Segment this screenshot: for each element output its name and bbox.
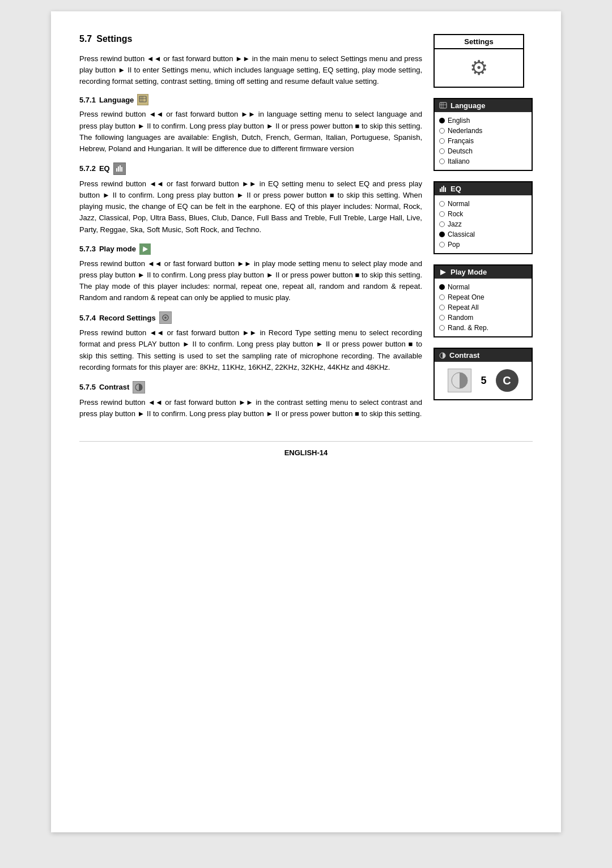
radio-selected bbox=[439, 118, 445, 123]
svg-rect-19 bbox=[443, 186, 444, 192]
eq-item-classical: Classical bbox=[448, 230, 475, 238]
svg-rect-20 bbox=[445, 187, 446, 192]
list-item: Classical bbox=[439, 229, 527, 240]
radio-unselected bbox=[439, 138, 445, 144]
list-item: Pop bbox=[439, 240, 527, 250]
eq-panel-header: EQ bbox=[435, 182, 532, 195]
svg-marker-8 bbox=[143, 246, 148, 252]
contrast-panel-header: Contrast bbox=[435, 349, 532, 362]
contrast-panel-body: 5 C bbox=[435, 362, 532, 399]
contrast-c-icon: C bbox=[496, 369, 518, 392]
eq-item-jazz: Jazz bbox=[448, 220, 462, 228]
list-item: Rock bbox=[439, 209, 527, 219]
eq-panel: EQ Normal Rock Jazz bbox=[434, 181, 533, 254]
radio-unselected bbox=[439, 128, 445, 134]
list-item: Nederlands bbox=[439, 126, 527, 136]
subsection-5-7-3-number: 5.7.3 bbox=[79, 245, 96, 253]
section-title: Settings bbox=[96, 34, 132, 44]
svg-rect-5 bbox=[118, 166, 119, 172]
playmode-panel-header: Play Mode bbox=[435, 266, 532, 279]
list-item: Jazz bbox=[439, 219, 527, 229]
svg-marker-21 bbox=[440, 270, 446, 275]
radio-unselected bbox=[439, 148, 445, 154]
list-item: Normal bbox=[439, 199, 527, 209]
section-number-title: 5.7 bbox=[79, 34, 92, 44]
contrast-panel-title: Contrast bbox=[449, 351, 479, 360]
subsection-5-7-4-body: Press rewind button ◄◄ or fast forward b… bbox=[79, 327, 422, 373]
playmode-panel-body: Normal Repeat One Repeat All Random bbox=[435, 279, 532, 336]
subsection-5-7-1-number: 5.7.1 bbox=[79, 96, 96, 104]
subsection-5-7-1-body: Press rewind button ◄◄ or fast forward b… bbox=[79, 109, 422, 155]
list-item: Repeat One bbox=[439, 292, 527, 302]
language-item-italiano: Italiano bbox=[448, 157, 470, 165]
radio-unselected bbox=[439, 315, 445, 320]
radio-selected bbox=[439, 284, 445, 290]
playmode-panel: Play Mode Normal Repeat One Repeat All bbox=[434, 264, 533, 337]
playmode-item-rand-rep: Rand. & Rep. bbox=[448, 324, 488, 332]
list-item: Rand. & Rep. bbox=[439, 323, 527, 333]
language-panel: Language English Nederlands Français bbox=[434, 98, 533, 171]
svg-rect-4 bbox=[116, 168, 117, 172]
subsection-5-7-4-number: 5.7.4 bbox=[79, 314, 96, 322]
page-footer: ENGLISH-14 bbox=[79, 441, 533, 457]
radio-unselected bbox=[439, 211, 445, 217]
sidebar: Settings ⚙ Language English bbox=[434, 34, 533, 424]
language-panel-title: Language bbox=[450, 101, 485, 110]
eq-panel-title: EQ bbox=[450, 185, 461, 193]
list-item: Repeat All bbox=[439, 302, 527, 313]
settings-panel-header: Settings bbox=[435, 35, 523, 49]
contrast-value: 5 bbox=[481, 375, 486, 387]
settings-panel: Settings ⚙ bbox=[434, 34, 524, 88]
playmode-item-repeat-all: Repeat All bbox=[448, 303, 479, 311]
language-panel-body: English Nederlands Français Deutsch bbox=[435, 112, 532, 170]
eq-item-rock: Rock bbox=[448, 210, 463, 218]
subsection-5-7-2-number: 5.7.2 bbox=[79, 164, 96, 173]
footer-text: ENGLISH-14 bbox=[284, 448, 328, 457]
subsection-5-7-3-body: Press rewind button ◄◄ or fast forward b… bbox=[79, 258, 422, 304]
playmode-icon bbox=[139, 243, 151, 255]
svg-point-11 bbox=[164, 317, 167, 319]
contrast-panel: Contrast 5 C bbox=[434, 348, 533, 400]
subsection-5-7-5-title: Contrast bbox=[99, 383, 129, 391]
subsection-5-7-2-body: Press rewind button ◄◄ or fast forward b… bbox=[79, 178, 422, 236]
svg-rect-18 bbox=[441, 187, 443, 192]
playmode-item-repeat-one: Repeat One bbox=[448, 293, 484, 301]
list-item: Normal bbox=[439, 282, 527, 292]
language-icon bbox=[137, 94, 148, 105]
eq-icon bbox=[113, 163, 126, 175]
radio-unselected bbox=[439, 294, 445, 300]
subsection-5-7-5-number: 5.7.5 bbox=[79, 383, 96, 391]
playmode-item-random: Random bbox=[448, 314, 473, 322]
main-content: 5.7 Settings Press rewind button ◄◄ or f… bbox=[79, 34, 434, 424]
radio-unselected bbox=[439, 159, 445, 164]
subsection-5-7-4-title: Record Settings bbox=[99, 314, 156, 322]
contrast-image-icon bbox=[448, 369, 471, 392]
record-icon bbox=[159, 311, 172, 324]
settings-panel-body: ⚙ bbox=[435, 49, 523, 87]
contrast-icon bbox=[133, 381, 145, 394]
eq-panel-body: Normal Rock Jazz Classical bbox=[435, 195, 532, 253]
playmode-panel-title: Play Mode bbox=[450, 268, 487, 276]
subsection-5-7-1-title: Language bbox=[99, 96, 134, 104]
radio-unselected bbox=[439, 221, 445, 227]
language-item-english: English bbox=[448, 117, 470, 125]
radio-unselected bbox=[439, 305, 445, 310]
radio-unselected bbox=[439, 325, 445, 331]
language-item-francais: Français bbox=[448, 137, 474, 145]
radio-unselected bbox=[439, 201, 445, 207]
radio-selected bbox=[439, 232, 445, 237]
subsection-5-7-3-title: Play mode bbox=[99, 245, 136, 253]
subsection-5-7-5-body: Press rewind button ◄◄ or fast forward b… bbox=[79, 397, 422, 420]
settings-star-icon: ⚙ bbox=[470, 56, 488, 80]
eq-item-normal: Normal bbox=[448, 200, 470, 208]
list-item: Random bbox=[439, 313, 527, 323]
language-panel-header: Language bbox=[435, 99, 532, 112]
playmode-item-normal: Normal bbox=[448, 283, 470, 291]
svg-rect-7 bbox=[121, 167, 122, 172]
language-item-deutsch: Deutsch bbox=[448, 147, 473, 155]
list-item: English bbox=[439, 116, 527, 126]
list-item: Italiano bbox=[439, 156, 527, 166]
section-intro: Press rewind button ◄◄ or fast forward b… bbox=[79, 53, 422, 87]
language-item-nederlands: Nederlands bbox=[448, 127, 482, 135]
svg-rect-17 bbox=[440, 189, 441, 192]
